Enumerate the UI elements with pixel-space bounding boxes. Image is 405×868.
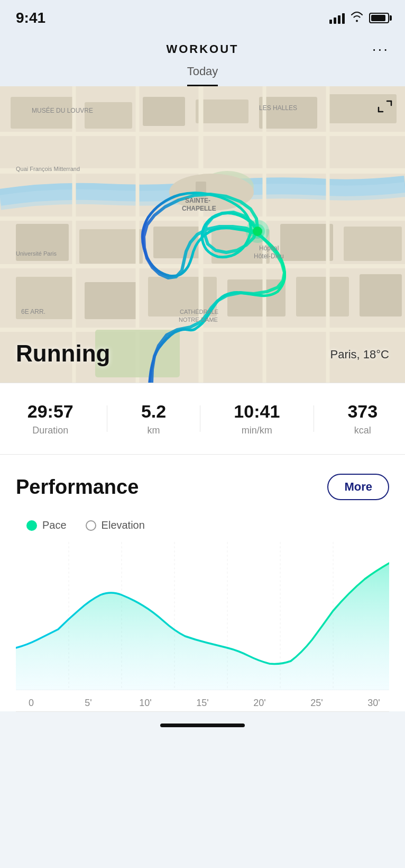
- svg-rect-17: [296, 277, 349, 317]
- svg-rect-14: [85, 282, 137, 319]
- pace-legend-dot: [26, 520, 37, 531]
- home-indicator-area: [0, 712, 405, 738]
- chart-svg: [16, 542, 389, 690]
- elevation-legend-label: Elevation: [102, 519, 145, 531]
- svg-rect-11: [280, 224, 333, 261]
- performance-title: Performance: [16, 476, 139, 499]
- stat-divider-1: [107, 405, 107, 432]
- stat-pace: 10:41 min/km: [234, 401, 280, 436]
- stat-kcal-value: 373: [347, 401, 378, 422]
- x-label-10: 10': [132, 698, 159, 709]
- wifi-icon: [350, 11, 364, 25]
- legend-elevation: Elevation: [86, 519, 145, 531]
- stat-kcal-label: kcal: [354, 425, 371, 436]
- stat-distance-label: km: [148, 425, 160, 436]
- home-bar: [160, 724, 245, 727]
- x-label-25: 25': [303, 698, 330, 709]
- x-label-30: 30': [361, 698, 387, 709]
- svg-text:Quai François Mitterrand: Quai François Mitterrand: [16, 166, 80, 172]
- svg-rect-18: [360, 274, 402, 317]
- signal-icon: [329, 12, 345, 24]
- performance-header: Performance More: [16, 474, 389, 500]
- more-button[interactable]: More: [327, 474, 389, 500]
- svg-text:Hôpital: Hôpital: [259, 245, 279, 252]
- stat-distance-value: 5.2: [141, 401, 166, 422]
- svg-rect-5: [259, 97, 317, 129]
- svg-text:SAINTE-: SAINTE-: [185, 197, 210, 204]
- svg-rect-3: [143, 97, 185, 126]
- stat-divider-3: [314, 405, 314, 432]
- svg-text:LES HALLES: LES HALLES: [259, 104, 297, 112]
- chart-legend: Pace Elevation: [16, 519, 389, 531]
- stat-duration-value: 29:57: [27, 401, 73, 422]
- svg-text:MUSÉE DU LOUVRE: MUSÉE DU LOUVRE: [32, 106, 93, 114]
- x-label-20: 20': [246, 698, 273, 709]
- legend-pace: Pace: [26, 519, 67, 531]
- map-background: MUSÉE DU LOUVRE LES HALLES Quai François…: [0, 86, 405, 383]
- tab-bar: Today: [0, 56, 405, 86]
- map-container[interactable]: MUSÉE DU LOUVRE LES HALLES Quai François…: [0, 86, 405, 383]
- x-label-0: 0: [18, 698, 44, 709]
- x-axis-labels: 0 5' 10' 15' 20' 25' 30': [16, 692, 389, 709]
- x-label-15: 15': [189, 698, 216, 709]
- svg-text:Université Paris: Université Paris: [16, 250, 57, 257]
- stat-duration-label: Duration: [32, 425, 68, 436]
- header: WORKOUT ···: [0, 32, 405, 56]
- battery-icon: [369, 13, 389, 23]
- stat-pace-label: min/km: [242, 425, 272, 436]
- svg-text:Hôtel-Dieu: Hôtel-Dieu: [254, 252, 284, 260]
- svg-rect-12: [344, 227, 402, 261]
- svg-text:CHAPELLE: CHAPELLE: [182, 205, 216, 212]
- status-bar: 9:41: [0, 0, 405, 32]
- svg-rect-2: [85, 102, 132, 129]
- stat-divider-2: [200, 405, 200, 432]
- tab-today[interactable]: Today: [187, 65, 218, 86]
- x-label-5: 5': [75, 698, 102, 709]
- svg-point-36: [253, 227, 262, 236]
- stats-row: 29:57 Duration 5.2 km 10:41 min/km 373 k…: [0, 383, 405, 455]
- svg-rect-4: [196, 100, 248, 123]
- svg-text:CATHÉDRALE: CATHÉDRALE: [180, 309, 218, 315]
- elevation-legend-dot: [86, 520, 96, 531]
- performance-section: Performance More Pace Elevation: [0, 455, 405, 711]
- svg-text:6E ARR.: 6E ARR.: [21, 308, 45, 315]
- svg-rect-16: [227, 279, 286, 317]
- stat-duration: 29:57 Duration: [27, 401, 73, 436]
- more-menu-button[interactable]: ···: [372, 42, 389, 57]
- header-title: WORKOUT: [166, 42, 238, 56]
- status-time: 9:41: [16, 10, 45, 26]
- status-icons: [329, 11, 389, 25]
- pace-chart: 0 5' 10' 15' 20' 25' 30': [16, 542, 389, 701]
- stat-kcal: 373 kcal: [347, 401, 378, 436]
- location-label: Paris, 18°C: [330, 348, 389, 361]
- stat-pace-value: 10:41: [234, 401, 280, 422]
- svg-text:NOTRE-DAME: NOTRE-DAME: [179, 317, 218, 323]
- stat-distance: 5.2 km: [141, 401, 166, 436]
- expand-map-button[interactable]: [375, 97, 394, 119]
- pace-legend-label: Pace: [42, 519, 67, 531]
- activity-type-label: Running: [16, 340, 110, 367]
- svg-rect-8: [79, 229, 143, 264]
